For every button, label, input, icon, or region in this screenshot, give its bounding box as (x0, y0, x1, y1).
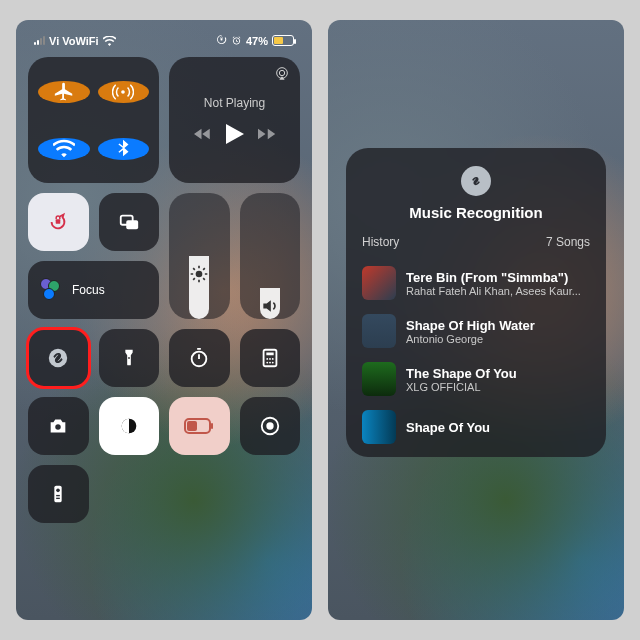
prev-track-icon[interactable] (194, 127, 212, 141)
camera-icon (47, 415, 69, 437)
orientation-lock-toggle[interactable] (28, 193, 89, 251)
apple-tv-remote-button[interactable] (28, 465, 89, 523)
low-power-icon (184, 418, 214, 434)
timer-icon (188, 347, 210, 369)
connectivity-group (28, 57, 159, 183)
song-title: Shape Of High Water (406, 318, 535, 333)
record-icon (259, 415, 281, 437)
brightness-icon (189, 264, 209, 284)
svg-rect-24 (187, 421, 197, 431)
svg-point-19 (272, 362, 274, 364)
focus-modes-icon (40, 278, 64, 302)
svg-point-17 (266, 362, 268, 364)
volume-icon (260, 296, 280, 316)
song-title: Tere Bin (From "Simmba") (406, 270, 581, 285)
svg-point-11 (192, 352, 207, 367)
album-art (362, 362, 396, 396)
song-artist: Antonio George (406, 333, 535, 345)
song-row[interactable]: The Shape Of YouXLG OFFICIAL (362, 355, 590, 403)
remote-icon (47, 483, 69, 505)
svg-point-15 (269, 358, 271, 360)
svg-point-28 (56, 489, 60, 493)
svg-rect-5 (56, 219, 61, 224)
orientation-lock-status-icon (216, 34, 227, 47)
status-bar: Vi VoWiFi 47% (28, 32, 300, 57)
focus-label: Focus (72, 283, 105, 297)
cellular-data-toggle[interactable] (98, 81, 150, 103)
wifi-toggle[interactable] (38, 138, 90, 160)
bluetooth-toggle[interactable] (98, 138, 150, 160)
shazam-icon (47, 347, 69, 369)
shazam-button[interactable] (28, 329, 89, 387)
svg-rect-13 (266, 353, 273, 356)
control-center-panel: Vi VoWiFi 47% (16, 20, 312, 620)
song-title: Shape Of You (406, 420, 490, 435)
wifi-icon (103, 36, 116, 46)
flashlight-button[interactable] (99, 329, 160, 387)
svg-point-10 (128, 357, 130, 359)
svg-rect-23 (211, 423, 213, 429)
svg-point-16 (272, 358, 274, 360)
focus-button[interactable]: Focus (28, 261, 159, 319)
song-row[interactable]: Shape Of High WaterAntonio George (362, 307, 590, 355)
svg-point-4 (279, 70, 284, 75)
calculator-button[interactable] (240, 329, 301, 387)
svg-rect-30 (56, 498, 60, 499)
album-art (362, 314, 396, 348)
song-artist: XLG OFFICIAL (406, 381, 517, 393)
dark-mode-icon (118, 415, 140, 437)
airplay-icon[interactable] (274, 65, 290, 84)
svg-rect-0 (221, 38, 223, 40)
svg-rect-7 (126, 220, 138, 229)
next-track-icon[interactable] (258, 127, 276, 141)
svg-rect-29 (56, 495, 60, 496)
svg-rect-27 (55, 486, 62, 503)
brightness-slider[interactable] (169, 193, 230, 319)
song-artist: Rahat Fateh Ali Khan, Asees Kaur... (406, 285, 581, 297)
alarm-icon (231, 35, 242, 46)
carrier-label: Vi VoWiFi (49, 35, 99, 47)
svg-point-26 (266, 422, 273, 429)
svg-point-14 (266, 358, 268, 360)
history-count: 7 Songs (546, 235, 590, 249)
screen-mirroring-button[interactable] (99, 193, 160, 251)
screen-record-button[interactable] (240, 397, 301, 455)
play-icon[interactable] (226, 124, 244, 144)
flashlight-icon (118, 347, 140, 369)
song-row[interactable]: Shape Of You (362, 403, 590, 451)
song-row[interactable]: Tere Bin (From "Simmba")Rahat Fateh Ali … (362, 259, 590, 307)
popup-title: Music Recognition (409, 204, 542, 221)
timer-button[interactable] (169, 329, 230, 387)
album-art (362, 410, 396, 444)
calculator-icon (259, 347, 281, 369)
shazam-icon (461, 166, 491, 196)
battery-icon (272, 35, 294, 46)
music-recognition-panel: Music Recognition History 7 Songs Tere B… (328, 20, 624, 620)
music-recognition-popup: Music Recognition History 7 Songs Tere B… (346, 148, 606, 457)
album-art (362, 266, 396, 300)
media-state-label: Not Playing (204, 96, 265, 110)
svg-point-18 (269, 362, 271, 364)
svg-point-20 (56, 424, 62, 430)
low-power-mode-toggle[interactable] (169, 397, 230, 455)
airplane-mode-toggle[interactable] (38, 81, 90, 103)
song-title: The Shape Of You (406, 366, 517, 381)
signal-bars-icon (34, 36, 45, 45)
media-controls-tile[interactable]: Not Playing (169, 57, 300, 183)
svg-point-8 (196, 271, 203, 278)
dark-mode-toggle[interactable] (99, 397, 160, 455)
camera-button[interactable] (28, 397, 89, 455)
battery-pct: 47% (246, 35, 268, 47)
volume-slider[interactable] (240, 193, 301, 319)
svg-point-2 (121, 90, 125, 94)
history-label: History (362, 235, 399, 249)
